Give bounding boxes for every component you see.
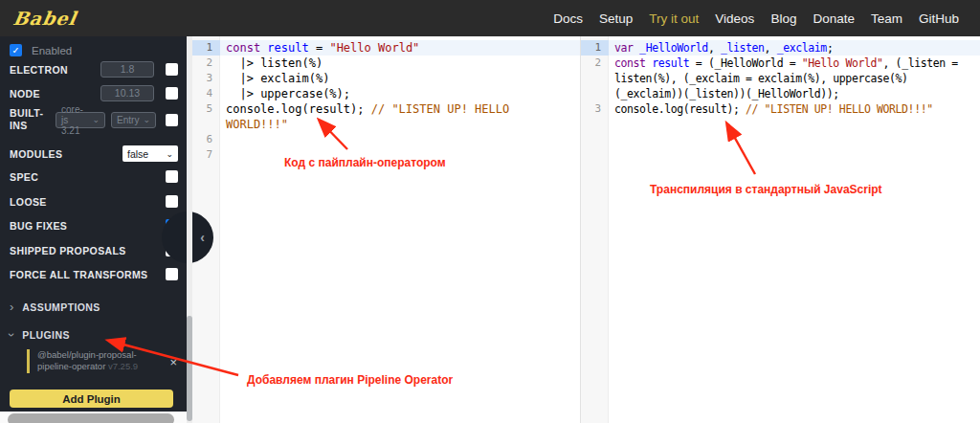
- electron-checkbox[interactable]: [166, 63, 178, 76]
- node-label: NODE: [10, 88, 100, 100]
- nav-item-github[interactable]: GitHub: [919, 11, 959, 26]
- spec-row: SPEC: [10, 170, 178, 183]
- enabled-checkbox[interactable]: [10, 44, 22, 56]
- loose-label: LOOSE: [10, 196, 166, 208]
- node-version-input[interactable]: 10.13: [100, 85, 154, 101]
- builtins-label: BUILT-INS: [10, 107, 56, 132]
- force-all-transforms-row: FORCE ALL TRANSFORMS: [10, 268, 178, 280]
- electron-row: ELECTRON 1.8: [10, 61, 178, 78]
- chevron-right-icon: ›: [10, 302, 13, 312]
- line-number: 3: [581, 101, 609, 117]
- source-editor[interactable]: 1const result = "Hello World"2 |> listen…: [192, 36, 581, 423]
- line-number: 1: [192, 40, 220, 56]
- code-line-7[interactable]: 7: [192, 147, 580, 163]
- nav-item-setup[interactable]: Setup: [599, 11, 633, 26]
- modules-label: MODULES: [10, 148, 122, 160]
- line-number: 5: [192, 101, 220, 132]
- force-all-transforms-checkbox[interactable]: [166, 268, 178, 280]
- shipped-proposals-row: SHIPPED PROPOSALS: [10, 244, 178, 256]
- code-line-2[interactable]: 2const result = (_HelloWorld = "Hello Wo…: [581, 56, 980, 101]
- enabled-label: Enabled: [32, 45, 72, 56]
- babel-logo[interactable]: Babel: [11, 8, 78, 29]
- bug-fixes-label: BUG FIXES: [10, 220, 166, 232]
- force-all-transforms-label: FORCE ALL TRANSFORMS: [10, 269, 166, 280]
- add-plugin-button[interactable]: Add Plugin: [10, 390, 173, 408]
- chevron-down-icon: ⌄: [143, 115, 150, 124]
- loose-checkbox[interactable]: [166, 195, 178, 208]
- code-text[interactable]: |> uppercase(%);: [220, 86, 580, 101]
- line-number: 2: [581, 56, 609, 101]
- options-sidebar: Enabled ELECTRON 1.8 NODE 10.13 BUILT-IN…: [0, 36, 187, 412]
- nav-item-docs[interactable]: Docs: [553, 11, 583, 26]
- code-line-5[interactable]: 5console.log(result); // "LISTEN UP! HEL…: [192, 101, 580, 132]
- line-number: 2: [192, 56, 220, 71]
- assumptions-section-toggle[interactable]: › ASSUMPTIONS: [10, 301, 178, 313]
- modules-select[interactable]: false ⌄: [122, 145, 178, 162]
- electron-label: ELECTRON: [10, 64, 100, 76]
- bug-fixes-row: BUG FIXES: [10, 219, 178, 232]
- plugin-info: @babel/plugin-proposal-pipeline-operator…: [27, 349, 164, 373]
- builtins-preset-value: core-js 3.21: [61, 104, 89, 136]
- plugin-list-item: @babel/plugin-proposal-pipeline-operator…: [27, 349, 177, 373]
- nav-item-blog[interactable]: Blog: [770, 11, 796, 26]
- node-checkbox[interactable]: [166, 87, 178, 100]
- code-text[interactable]: const result = (_HelloWorld = "Hello Wor…: [609, 56, 980, 101]
- line-number: 6: [192, 132, 220, 147]
- chevron-down-icon: ⌄: [166, 149, 173, 159]
- builtins-mode-select[interactable]: Entry ⌄: [111, 112, 156, 128]
- code-line-6[interactable]: 6: [192, 132, 580, 147]
- loose-row: LOOSE: [10, 195, 178, 208]
- top-nav: Babel DocsSetupTry it outVideosBlogDonat…: [0, 0, 980, 36]
- code-text[interactable]: |> exclaim(%): [220, 71, 580, 86]
- spec-checkbox[interactable]: [166, 170, 178, 183]
- code-text[interactable]: const result = "Hello World": [220, 40, 580, 56]
- horizontal-scrollbar-thumb[interactable]: [8, 413, 174, 423]
- output-code-lines: 1var _HelloWorld, _listen, _exclaim;2con…: [581, 36, 980, 117]
- spec-label: SPEC: [10, 171, 166, 183]
- chevron-left-icon: ‹: [200, 230, 205, 245]
- builtins-row: BUILT-INS core-js 3.21 ⌄ Entry ⌄: [10, 107, 178, 132]
- code-line-1[interactable]: 1var _HelloWorld, _listen, _exclaim;: [581, 40, 980, 56]
- code-text[interactable]: console.log(result); // "LISTEN UP! HELL…: [220, 101, 580, 132]
- sidebar-scrollbar-thumb[interactable]: [187, 316, 192, 421]
- code-line-2[interactable]: 2 |> listen(%): [192, 56, 580, 71]
- line-number: 4: [192, 86, 220, 101]
- code-text[interactable]: |> listen(%): [220, 56, 580, 71]
- nav-item-try-it-out[interactable]: Try it out: [649, 11, 699, 26]
- chevron-down-icon: ›: [7, 333, 16, 337]
- line-number: 1: [581, 40, 609, 56]
- builtins-checkbox[interactable]: [166, 114, 178, 126]
- code-line-1[interactable]: 1const result = "Hello World": [192, 40, 580, 56]
- shipped-proposals-label: SHIPPED PROPOSALS: [10, 245, 166, 256]
- plugin-version: v7.25.9: [108, 361, 138, 371]
- source-code-lines: 1const result = "Hello World"2 |> listen…: [192, 36, 580, 163]
- builtins-mode-value: Entry: [117, 115, 139, 125]
- remove-plugin-icon[interactable]: ×: [169, 355, 177, 369]
- node-row: NODE 10.13: [10, 85, 178, 101]
- code-text[interactable]: [220, 132, 580, 147]
- top-nav-items: DocsSetupTry it outVideosBlogDonateTeamG…: [553, 11, 959, 26]
- modules-row: MODULES false ⌄: [10, 145, 178, 162]
- enabled-row: Enabled: [10, 44, 178, 56]
- code-text[interactable]: var _HelloWorld, _listen, _exclaim;: [609, 40, 980, 56]
- plugins-section-toggle[interactable]: › PLUGINS: [10, 329, 178, 341]
- plugins-label: PLUGINS: [22, 329, 178, 341]
- line-number: 3: [192, 71, 220, 86]
- chevron-down-icon: ⌄: [93, 115, 100, 124]
- code-line-3[interactable]: 3console.log(result); // "LISTEN UP! HEL…: [581, 101, 980, 117]
- output-editor[interactable]: 1var _HelloWorld, _listen, _exclaim;2con…: [581, 36, 980, 423]
- code-line-3[interactable]: 3 |> exclaim(%): [192, 71, 580, 86]
- nav-item-team[interactable]: Team: [871, 11, 902, 26]
- assumptions-label: ASSUMPTIONS: [22, 301, 178, 313]
- code-text[interactable]: console.log(result); // "LISTEN UP! HELL…: [609, 101, 980, 117]
- line-number: 7: [192, 147, 220, 163]
- nav-item-videos[interactable]: Videos: [715, 11, 754, 26]
- code-line-4[interactable]: 4 |> uppercase(%);: [192, 86, 580, 101]
- builtins-preset-select[interactable]: core-js 3.21 ⌄: [56, 112, 105, 128]
- modules-value: false: [127, 148, 148, 160]
- electron-version-input[interactable]: 1.8: [100, 61, 154, 78]
- code-text[interactable]: [220, 147, 580, 163]
- nav-item-donate[interactable]: Donate: [813, 11, 855, 26]
